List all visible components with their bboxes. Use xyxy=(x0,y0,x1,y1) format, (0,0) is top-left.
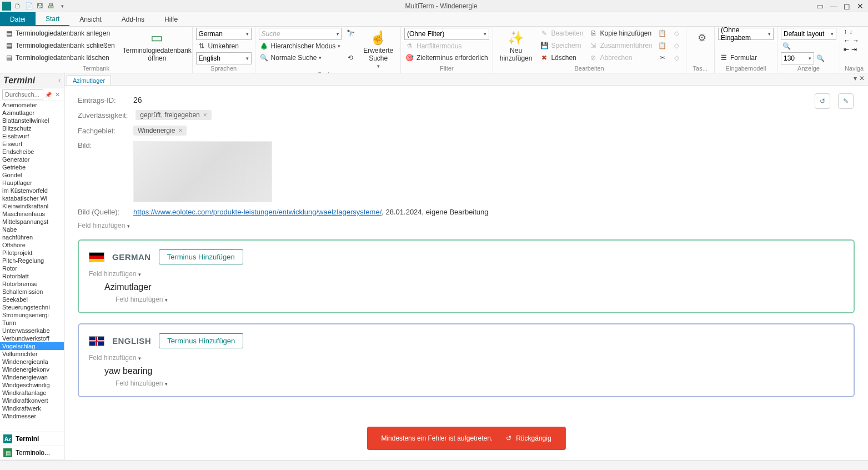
zoom-input[interactable]: 130▾ xyxy=(781,52,814,64)
term-list-item[interactable]: Blattanstellwinkel xyxy=(0,117,64,124)
term-list-item[interactable]: Anemometer xyxy=(0,101,64,109)
image-source-link[interactable]: https://www.eolotec.com/produkte-leistun… xyxy=(133,208,382,216)
term-list-item[interactable]: Getriebe xyxy=(0,163,64,171)
target-language-dropdown[interactable]: English▾ xyxy=(196,52,252,64)
layout-dropdown[interactable]: Default layout▾ xyxy=(781,28,836,40)
subject-tag[interactable]: Windenergie× xyxy=(133,126,187,136)
undo-button[interactable]: ↺ Rückgängig xyxy=(506,434,551,442)
add-field-german-term[interactable]: Feld hinzufügen ▾ xyxy=(116,296,844,303)
close-button[interactable]: ✕ xyxy=(856,2,865,11)
term-list-item[interactable]: Endscheibe xyxy=(0,148,64,156)
clipboard-copy-button[interactable]: 📋 xyxy=(657,28,668,39)
edit-entry-button[interactable]: ✎ xyxy=(838,93,854,109)
term-list-item[interactable]: Unterwasserkabe xyxy=(0,327,64,334)
form-button[interactable]: ☰Formular xyxy=(718,52,774,63)
tab-addins[interactable]: Add-Ins xyxy=(112,12,154,26)
term-list-item[interactable]: Windgeschwindig xyxy=(0,381,64,389)
term-list-item[interactable]: katabatischer Wi xyxy=(0,194,64,202)
tab-help[interactable]: Hilfe xyxy=(154,12,188,26)
maximize-button[interactable]: ◻ xyxy=(842,2,851,11)
normal-search-button[interactable]: 🔍Normale Suche▾ xyxy=(259,52,342,63)
term-list-item[interactable]: Verbundwerkstoff xyxy=(0,334,64,342)
extended-search-button[interactable]: ☝ Erweiterte Suche▾ xyxy=(359,28,397,71)
tab-start[interactable]: Start xyxy=(36,12,69,26)
bottom-tab-termini[interactable]: AzTermini xyxy=(0,432,64,446)
term-list-item[interactable]: Kleinwindkraftanl xyxy=(0,202,64,210)
term-list-item[interactable]: Rotor xyxy=(0,264,64,272)
source-language-dropdown[interactable]: German▾ xyxy=(196,28,252,40)
german-term-value[interactable]: Azimutlager xyxy=(104,282,844,292)
termbank-delete-button[interactable]: ▤Terminologiedatenbank löschen xyxy=(3,52,116,63)
pane-close-icon[interactable]: ✕ xyxy=(859,74,865,82)
copy-add-button[interactable]: ⎘Kopie hinzufügen xyxy=(588,28,653,39)
term-list-item[interactable]: Pitch-Regelung xyxy=(0,257,64,264)
tasks-button[interactable]: ⚙ xyxy=(690,28,714,48)
qat-new-icon[interactable]: 🗋 xyxy=(13,2,22,11)
term-list-item[interactable]: Turm xyxy=(0,319,64,327)
cut-button[interactable]: ✂ xyxy=(657,52,668,63)
termbank-open-button[interactable]: ▭ Terminologiedatenbank öffnen xyxy=(119,28,195,64)
term-list-item[interactable]: im Küstenvorfeld xyxy=(0,187,64,194)
term-list-item[interactable]: Vogelschlag xyxy=(0,342,64,350)
term-list-item[interactable]: Offshore xyxy=(0,241,64,249)
remove-tag-icon[interactable]: × xyxy=(178,127,182,134)
add-field-english-term[interactable]: Feld hinzufügen ▾ xyxy=(116,379,844,387)
term-list-item[interactable]: Rotorbremse xyxy=(0,280,64,288)
nav-next-icon[interactable]: → xyxy=(852,37,859,44)
search-close-icon[interactable]: ✕ xyxy=(53,91,62,98)
termbank-close-button[interactable]: ▤Terminologiedatenbank schließen xyxy=(3,40,116,51)
term-list-item[interactable]: Hauptlager xyxy=(0,179,64,187)
add-term-german-button[interactable]: Terminus Hinzufügen xyxy=(159,249,243,264)
zoom-reset-button[interactable]: 🔍 xyxy=(781,41,836,52)
binoculars-button[interactable]: 🔭 xyxy=(345,28,356,39)
term-list-item[interactable]: Rotorblatt xyxy=(0,272,64,280)
nav-first-icon[interactable]: ⇤ xyxy=(844,46,849,53)
term-list-item[interactable]: Windenergieanla xyxy=(0,358,64,366)
add-field-entry[interactable]: Feld hinzufügen ▾ xyxy=(78,222,855,229)
term-list-item[interactable]: Seekabel xyxy=(0,296,64,303)
filter-dropdown[interactable]: (Ohne Filter)▾ xyxy=(404,28,489,40)
nav-last-icon[interactable]: ⇥ xyxy=(851,46,857,53)
reset-search-button[interactable]: ⟲ xyxy=(345,52,356,63)
term-list-item[interactable]: Vollumrichter xyxy=(0,350,64,358)
inputmodel-dropdown[interactable]: (Ohne Eingabem▾ xyxy=(718,28,774,40)
panel-collapse-icon[interactable]: ‹ xyxy=(58,77,61,84)
search-input[interactable]: Suche▾ xyxy=(259,28,342,40)
term-search-input[interactable] xyxy=(2,89,43,99)
history-button[interactable]: ↺ xyxy=(815,93,830,109)
term-list-item[interactable]: Windenergiekonv xyxy=(0,366,64,373)
qat-save-icon[interactable]: 🖫 xyxy=(36,2,44,11)
swap-languages-button[interactable]: ⇅Umkehren xyxy=(196,41,252,52)
new-entry-button[interactable]: ✨ Neu hinzufügen xyxy=(496,28,536,64)
add-term-english-button[interactable]: Terminus Hinzufügen xyxy=(159,333,243,348)
qat-dropdown-icon[interactable]: ▾ xyxy=(58,2,67,11)
termbank-create-button[interactable]: ▤Terminologiedatenbank anlegen xyxy=(3,28,116,39)
magnifier-small-icon[interactable]: 🔍 xyxy=(816,54,825,62)
nav-up-icon[interactable]: ↑ xyxy=(844,28,847,36)
qat-open-icon[interactable]: 📄 xyxy=(24,2,33,11)
pane-menu-icon[interactable]: ▾ xyxy=(854,74,857,82)
add-field-german[interactable]: Feld hinzufügen ▾ xyxy=(89,270,844,278)
term-list-item[interactable]: Windenergiewan xyxy=(0,373,64,381)
minimize-button[interactable]: — xyxy=(829,2,838,11)
english-term-value[interactable]: yaw bearing xyxy=(104,366,844,376)
content-tab-azimutlager[interactable]: Azimutlager xyxy=(67,76,111,85)
term-list-item[interactable]: Windkraftkonvert xyxy=(0,397,64,404)
hierarchical-mode-button[interactable]: 🌲Hierarchischer Modus▾ xyxy=(259,41,342,52)
term-list-item[interactable]: Gondel xyxy=(0,171,64,179)
nav-down-icon[interactable]: ↓ xyxy=(849,28,852,36)
term-list-item[interactable]: Maschinenhaus xyxy=(0,210,64,218)
term-list-item[interactable]: Windkraftwerk xyxy=(0,404,64,412)
term-list-item[interactable]: Windkraftanlage xyxy=(0,389,64,397)
term-list-item[interactable]: Mittelspannungst xyxy=(0,218,64,226)
delete-button[interactable]: ✖Löschen xyxy=(539,52,584,63)
term-list[interactable]: AnemometerAzimutlagerBlattanstellwinkelB… xyxy=(0,101,64,432)
bottom-tab-terminolo[interactable]: ▤Terminolo... xyxy=(0,446,64,460)
reliability-tag[interactable]: geprüft, freigegeben× xyxy=(136,110,211,120)
remove-tag-icon[interactable]: × xyxy=(203,111,207,119)
add-field-english[interactable]: Feld hinzufügen ▾ xyxy=(89,354,844,362)
qat-print-icon[interactable]: 🖶 xyxy=(47,2,56,11)
ribbon-toggle-icon[interactable]: ▭ xyxy=(816,2,825,11)
term-list-item[interactable]: nachführen xyxy=(0,233,64,241)
term-list-item[interactable]: Nabe xyxy=(0,226,64,233)
